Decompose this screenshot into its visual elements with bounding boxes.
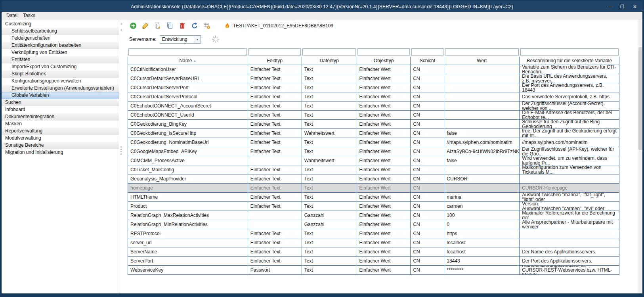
column-header-schicht[interactable]: Schicht <box>411 57 444 65</box>
cell-feldtyp: Passwort <box>248 266 302 275</box>
transport-package[interactable]: TESTPAKET_01102012_E95DEF8DB8A8B109 <box>224 23 333 29</box>
vertical-scrollbar[interactable] <box>638 19 642 293</box>
cell-datentyp: Text <box>302 266 357 275</box>
filter-input-datentyp[interactable] <box>302 48 356 56</box>
sidebar-item-erweiterte-einstellungen-anwendungsvariablen-[interactable]: Erweiterte Einstellungen (Anwendungsvari… <box>2 85 119 92</box>
table-row[interactable]: C0EchobotCONNECT_UserIdEinfacher TextTex… <box>128 111 619 120</box>
table-row[interactable]: C0MCMM_ProcessActiveWahrheitswertEinfach… <box>128 156 619 165</box>
scrollbar-thumb[interactable] <box>638 47 642 150</box>
cell-name: RelationGraph_MaxRelationActivities <box>128 211 248 220</box>
cell-wert: 100 <box>444 211 520 220</box>
table-row[interactable]: ServerNameEinfacher TextTextEinfacher We… <box>128 247 619 257</box>
cell-objekttyp: Einfacher Wert <box>357 266 411 275</box>
cell-datentyp: Text <box>302 202 357 211</box>
menu-datei[interactable]: Datei <box>4 12 20 19</box>
cell-datentyp: Text <box>302 257 357 266</box>
column-header-beschreibung[interactable]: Beschreibung für die selektierte Variabl… <box>520 57 619 65</box>
table-row[interactable]: C0CursorDefaultServerPortEinfacher TextT… <box>128 83 619 92</box>
sidebar-item-dokumentenintegration[interactable]: Dokumentenintegration <box>2 113 119 121</box>
cell-wert <box>444 184 520 193</box>
column-header-wert[interactable]: Wert <box>444 57 520 65</box>
column-header-datentyp[interactable]: Datentyp <box>302 57 357 65</box>
copy-button[interactable] <box>166 22 174 30</box>
cell-beschreibung: Der Port des Anwendungsservers, z.B. 184… <box>520 83 619 92</box>
table-row[interactable]: C0CursorDefaultServerBaseURLEinfacher Te… <box>128 74 619 83</box>
cell-name: WebserviceKey <box>128 266 248 275</box>
table-row[interactable]: RelationGraph_MaxRelationActivitiesGanzz… <box>128 211 619 220</box>
cell-feldtyp: Einfacher Text <box>248 193 302 202</box>
table-row[interactable]: ServerPortEinfacher TextTextEinfacher We… <box>128 257 619 266</box>
filter-input-schicht[interactable] <box>411 48 443 56</box>
sidebar-item-konfigurationsgruppen-verwalten[interactable]: Konfigurationsgruppen verwalten <box>2 78 119 85</box>
menu-tasks[interactable]: Tasks <box>20 12 38 19</box>
cell-datentyp: Text <box>302 174 357 184</box>
filter-input-name[interactable] <box>128 48 247 56</box>
table-row[interactable]: WebserviceKeyPasswortTextEinfacher WertC… <box>128 266 619 275</box>
table-row[interactable]: RESTProtocolEinfacher TextTextEinfacher … <box>128 229 619 238</box>
sidebar-item-entitäten[interactable]: Entitäten <box>2 56 119 63</box>
refresh-button[interactable] <box>191 22 199 30</box>
column-header-objekttyp[interactable]: Objekttyp <box>357 57 411 65</box>
cell-name: homepage <box>128 184 248 193</box>
sidebar-item-schlüsselbearbeitung[interactable]: Schlüsselbearbeitung <box>2 28 119 35</box>
sidebar-item-infoboard[interactable]: Infoboard <box>2 106 119 113</box>
cell-feldtyp <box>248 211 302 220</box>
sidebar-item-suchen[interactable]: Suchen <box>2 99 119 106</box>
maximize-button[interactable]: ❐ <box>617 3 627 10</box>
table-header: Name▲FeldtypDatentypObjekttypSchichtWert… <box>128 57 619 65</box>
sidebar-item-verknüpfung-von-entitäten[interactable]: Verknüpfung von Entitäten <box>2 49 119 56</box>
sidebar-item-import-export-von-customizing[interactable]: Import/Export von Customizing <box>2 63 119 71</box>
table-row[interactable]: C0GoogleMapsEmbed_APIKeyEinfacher TextTe… <box>128 147 619 156</box>
sidebar-item-sonstige-bereiche[interactable]: Sonstige Bereiche <box>2 142 119 149</box>
cell-schicht: CN <box>411 74 444 83</box>
table-row[interactable]: ProductEinfacher TextTextEinfacher WertC… <box>128 202 619 211</box>
table-row[interactable]: RelationGraph_MinRelationActivitiesGanzz… <box>128 220 619 229</box>
close-button[interactable]: ✕ <box>630 3 640 10</box>
filter-input-objekttyp[interactable] <box>357 48 410 56</box>
sidebar-item-globale-variablen[interactable]: Globale Variablen <box>2 92 119 99</box>
table-row[interactable]: C0Ticket_MailConfigEinfacher TextTextEin… <box>128 165 619 174</box>
sidebar-item-reportverwaltung[interactable]: Reportverwaltung <box>2 128 119 135</box>
sidebar-item-feldeigenschaften[interactable]: Feldeigenschaften <box>2 35 119 42</box>
table-row[interactable]: C0EchobotCONNECT_AccountSecretEinfacher … <box>128 102 619 111</box>
sidebar-item-entitätenkonfiguration-bearbeiten[interactable]: Entitätenkonfiguration bearbeiten <box>2 42 119 49</box>
table-row[interactable]: C0CtiNotificationUserEinfacher TextTextE… <box>128 65 619 74</box>
cell-datentyp: Text <box>302 83 357 92</box>
table-row[interactable]: C0CursorDefaultServerProtocolEinfacher T… <box>128 92 619 102</box>
add-button[interactable] <box>129 22 137 30</box>
window-title: Administrationskonsole {Database=ORACLE}… <box>2 4 642 10</box>
sidebar-item-masken[interactable]: Masken <box>2 121 119 128</box>
sidebar-item-modulverwaltung[interactable]: Modulverwaltung <box>2 135 119 142</box>
table-row[interactable]: C0Geokodierung_BingKeyEinfacher TextText… <box>128 120 619 129</box>
sidebar-item-customizing[interactable]: Customizing <box>2 21 119 28</box>
transport-button[interactable] <box>203 22 211 30</box>
server-row: Servername: Entwicklung ▼ <box>123 32 642 46</box>
filter-input-feldtyp[interactable] <box>248 48 301 56</box>
filter-input-wert[interactable] <box>445 48 519 56</box>
table-row[interactable]: homepageEinfacher TextTextEinfacher Wert… <box>128 184 619 193</box>
column-header-name[interactable]: Name▲ <box>128 57 248 65</box>
servername-select[interactable]: Entwicklung ▼ <box>160 35 201 44</box>
duplicate-button[interactable] <box>154 22 162 30</box>
cell-name: ServerPort <box>128 257 248 266</box>
column-header-feldtyp[interactable]: Feldtyp <box>248 57 302 65</box>
table-row[interactable]: C0Geokodierung_isSecureHttpEinfacher Tex… <box>128 129 619 138</box>
sidebar-item-migration-und-initialisierung[interactable]: Migration und Initialisierung <box>2 149 119 156</box>
table-row[interactable]: server_urlEinfacher TextTextEinfacher We… <box>128 238 619 247</box>
minimize-button[interactable]: — <box>604 3 615 10</box>
main-area: CustomizingSchlüsselbearbeitungFeldeigen… <box>2 19 642 293</box>
toolbar: TESTPAKET_01102012_E95DEF8DB8A8B109 <box>123 19 642 32</box>
table-row[interactable]: HTMLThemeEinfacher TextTextEinfacher Wer… <box>128 193 619 202</box>
sidebar-item-skript-bibliothek[interactable]: Skript-Bibliothek <box>2 71 119 78</box>
table-row[interactable]: C0Geokodierung_NominatimBaseUrlEinfacher… <box>128 138 619 147</box>
cell-name: C0Ticket_MailConfig <box>128 165 248 174</box>
cell-name: ServerName <box>128 247 248 257</box>
sidebar-splitter[interactable]: ‹› <box>119 19 123 293</box>
edit-button[interactable] <box>141 22 149 30</box>
table-row[interactable]: Geoanalysis_MapProviderEinfacher TextTex… <box>128 174 619 184</box>
cell-schicht: CN <box>411 211 444 220</box>
chevron-down-icon[interactable]: ▼ <box>194 36 201 43</box>
filter-input-beschreibung[interactable] <box>520 48 619 56</box>
cell-schicht: CN <box>411 138 444 147</box>
delete-button[interactable] <box>178 22 186 30</box>
